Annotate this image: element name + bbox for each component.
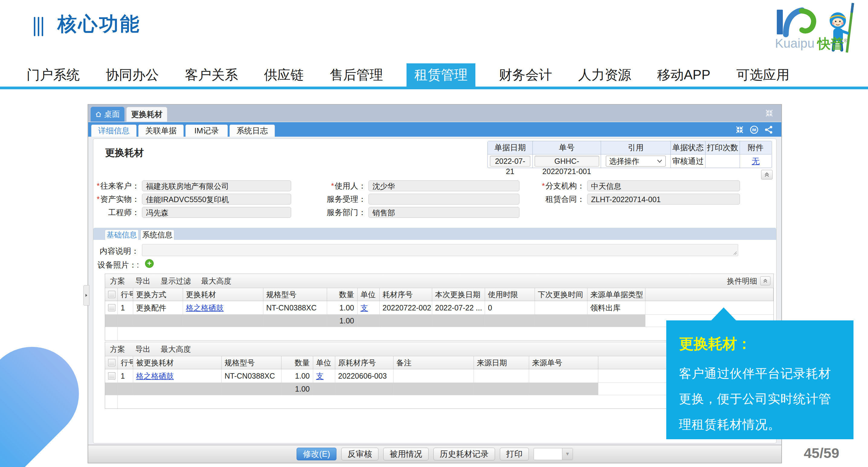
toolbar-max-height[interactable]: 最大高度 — [201, 276, 231, 286]
toolbar-export[interactable]: 导出 — [135, 276, 150, 286]
tab-system-info[interactable]: 系统信息 — [141, 230, 174, 240]
grid1-collapse-button[interactable] — [760, 276, 770, 286]
grid1-toolbar: 方案 导出 显示过滤 最大高度 换件明细 — [105, 274, 773, 288]
nav-item-portal[interactable]: 门户系统 — [24, 63, 82, 87]
tab-system-log[interactable]: 系统日志 — [229, 125, 275, 137]
compress-icon[interactable] — [765, 108, 774, 118]
tab-basic-info[interactable]: 基础信息 — [105, 230, 138, 240]
svg-text:IM: IM — [752, 128, 756, 132]
consumable-link[interactable]: 格之格硒鼓 — [136, 372, 174, 380]
header-collapse-button[interactable] — [761, 170, 773, 179]
compress-icon[interactable] — [735, 125, 744, 135]
nav-item-optional-apps[interactable]: 可选应用 — [734, 63, 792, 87]
customer-field[interactable]: 福建兆联房地产有限公司 — [142, 180, 291, 191]
col-spec-model: 规格型号 — [263, 288, 327, 301]
doc-date-input[interactable]: 2022-07-21 — [490, 156, 530, 167]
select-all-checkbox[interactable] — [108, 291, 115, 298]
rental-contract-field[interactable]: ZLHT-20220714-001 — [587, 194, 740, 204]
col-source-doc-type: 来源单单据类型 — [587, 288, 645, 301]
col-replaced-consumable: 被更换耗材 — [133, 356, 221, 369]
panel-label-replacement-detail: 换件明细 — [727, 276, 757, 286]
col-consumable-serial: 耗材序号 — [379, 288, 432, 301]
nav-item-supply-chain[interactable]: 供应链 — [261, 63, 306, 87]
annotation-callout: 更换耗材： 客户通过伙伴平台记录耗材更换，便于公司实时统计管理租赁耗材情况。 — [666, 321, 854, 439]
history-record-button[interactable]: 历史耗材记录 — [433, 448, 495, 460]
col-unit: 单位 — [313, 356, 335, 369]
resize-handle-icon[interactable] — [733, 251, 737, 255]
logo-text-en: Kuaipu — [775, 36, 814, 51]
col-spec-model: 规格型号 — [221, 356, 281, 369]
col-qty: 数量 — [327, 288, 357, 301]
consumable-link[interactable]: 格之格硒鼓 — [186, 303, 224, 312]
title-accent-bars — [34, 17, 43, 36]
label-device-photo: 设备照片：: — [94, 260, 139, 270]
branch-field[interactable]: 中天信息 — [587, 180, 740, 191]
info-tab-strip: 基础信息 系统信息 — [93, 228, 776, 240]
label-content-desc: 内容说明： — [94, 246, 139, 257]
print-button[interactable]: 打印 — [500, 448, 529, 460]
more-actions-select[interactable]: ▼ — [534, 448, 573, 460]
decorative-capsule — [0, 328, 98, 467]
tab-related-docs[interactable]: 关联单据 — [138, 125, 184, 137]
toolbar-max-height[interactable]: 最大高度 — [161, 344, 191, 354]
engineer-field[interactable]: 冯先森 — [142, 207, 291, 218]
unaudit-button[interactable]: 反审核 — [341, 448, 378, 460]
row-checkbox[interactable] — [108, 372, 115, 379]
kuaipu-logo: Kuaipu 快普® — [772, 2, 866, 54]
col-filler — [645, 288, 773, 301]
col-original-serial: 原耗材序号 — [335, 356, 393, 369]
sidebar-expand-handle[interactable] — [83, 285, 89, 306]
tab-desktop[interactable]: 桌面 — [91, 107, 124, 122]
select-all-checkbox[interactable] — [108, 359, 115, 366]
nav-item-hr[interactable]: 人力资源 — [576, 63, 633, 87]
nav-item-rental-active[interactable]: 租赁管理 — [406, 63, 475, 87]
toolbar-filter[interactable]: 显示过滤 — [161, 276, 191, 286]
attachment-link[interactable]: 无 — [752, 156, 760, 167]
modify-button[interactable]: 修改(E) — [297, 448, 336, 460]
qty-total: 1.00 — [281, 383, 313, 395]
nav-item-collaboration[interactable]: 协同办公 — [103, 63, 161, 87]
col-next-replace-time: 下次更换时间 — [534, 288, 587, 301]
tab-replace-consumables[interactable]: 更换耗材 — [126, 107, 167, 122]
nav-item-after-sales[interactable]: 售后管理 — [328, 63, 385, 87]
callout-title: 更换耗材： — [679, 334, 841, 354]
detail-tab-bar: 详细信息 关联单据 IM记录 系统日志 IM — [88, 122, 781, 137]
usage-status-button[interactable]: 被用情况 — [383, 448, 429, 460]
nav-item-finance[interactable]: 财务会计 — [497, 63, 555, 87]
row-checkbox[interactable] — [108, 304, 115, 311]
content-desc-textarea[interactable] — [142, 244, 738, 256]
unit-link[interactable]: 支 — [316, 372, 324, 380]
user-field[interactable]: 沈少华 — [369, 180, 520, 191]
service-accept-field[interactable] — [369, 194, 520, 204]
main-nav: 门户系统 协同办公 客户关系 供应链 售后管理 租赁管理 财务会计 人力资源 移… — [0, 63, 868, 89]
col-replace-date: 本次更换日期 — [432, 288, 485, 301]
col-doc-number: 单号 — [533, 141, 601, 155]
col-doc-status: 单据状态 — [671, 141, 706, 155]
col-quote: 引用 — [601, 141, 671, 155]
logo-text-cn: 快普 — [817, 36, 844, 51]
svg-text:快普®: 快普® — [817, 36, 847, 51]
share-icon[interactable] — [764, 125, 773, 135]
col-remark: 备注 — [393, 356, 473, 369]
col-replace-method: 更换方式 — [133, 288, 183, 301]
nav-item-mobile-app[interactable]: 移动APP — [655, 63, 713, 87]
toolbar-scheme[interactable]: 方案 — [110, 276, 125, 286]
toolbar-export[interactable]: 导出 — [135, 344, 150, 354]
tab-im-records[interactable]: IM记录 — [185, 125, 228, 137]
unit-link[interactable]: 支 — [361, 303, 368, 312]
quote-select[interactable]: 选择操作 — [606, 156, 665, 167]
nav-item-crm[interactable]: 客户关系 — [182, 63, 240, 87]
double-chevron-up-icon — [764, 172, 770, 177]
asset-field[interactable]: 佳能IRADVC5550复印机 — [142, 194, 291, 204]
window-tab-bar: 桌面 更换耗材 — [88, 105, 781, 122]
double-chevron-up-icon — [763, 278, 768, 283]
callout-body: 客户通过伙伴平台记录耗材更换，便于公司实时统计管理租赁耗材情况。 — [679, 361, 841, 437]
document-header-table: 单据日期 单号 引用 单据状态 打印次数 附件 2022-07-21 GHHC-… — [488, 141, 772, 168]
service-dept-field[interactable]: 销售部 — [369, 207, 520, 218]
im-icon[interactable]: IM — [749, 125, 759, 135]
doc-number-input[interactable]: GHHC-20220721-001 — [534, 156, 599, 167]
label-user: *使用人： — [318, 180, 366, 192]
add-photo-icon[interactable]: + — [145, 259, 154, 268]
toolbar-scheme[interactable]: 方案 — [110, 344, 125, 354]
tab-detail-info[interactable]: 详细信息 — [91, 125, 136, 137]
